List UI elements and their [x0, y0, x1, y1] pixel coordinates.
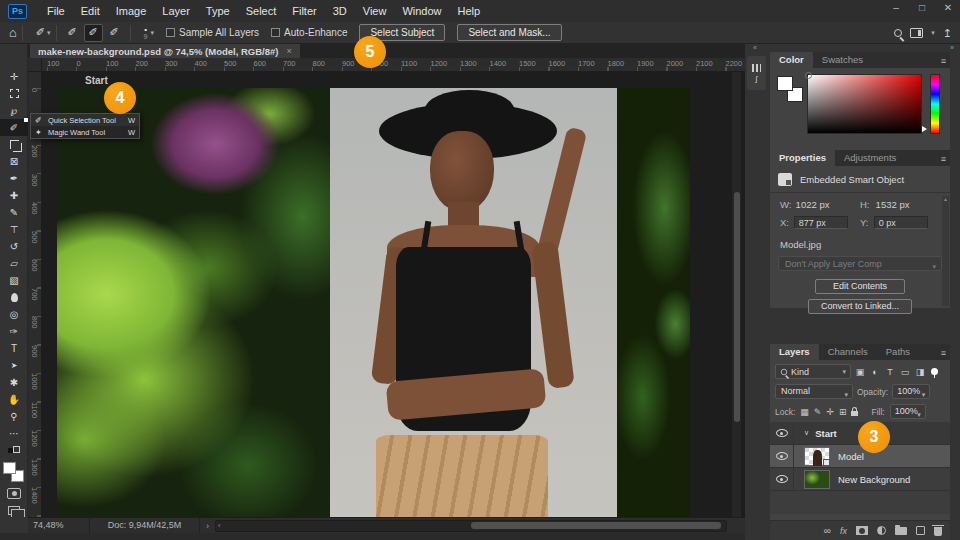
menu-help[interactable]: Help	[450, 0, 489, 22]
hue-slider[interactable]	[930, 74, 940, 134]
clone-stamp-tool[interactable]: ⊤	[0, 221, 28, 238]
type-tool[interactable]: T	[0, 340, 28, 357]
tab-swatches[interactable]: Swatches	[813, 52, 872, 68]
lock-all-icon[interactable]	[851, 411, 858, 416]
zoom-tool[interactable]: ⚲	[0, 408, 28, 425]
layer-thumbnail[interactable]	[804, 470, 830, 489]
auto-enhance-checkbox[interactable]: Auto-Enhance	[271, 27, 347, 38]
canvas-viewport[interactable]: Start	[42, 72, 745, 517]
link-layers-icon[interactable]: ∞	[824, 525, 831, 536]
tab-channels[interactable]: Channels	[819, 344, 877, 360]
tab-adjustments[interactable]: Adjustments	[835, 150, 905, 166]
layer-style-icon[interactable]: fx	[840, 526, 847, 536]
menu-select[interactable]: Select	[238, 0, 285, 22]
gradient-tool[interactable]: ▧	[0, 272, 28, 289]
artboard-label[interactable]: Start	[85, 75, 108, 86]
lock-pixels-icon[interactable]: ✎	[814, 407, 822, 417]
menu-item-magic-wand-tool[interactable]: ✦ Magic Wand Tool W	[31, 126, 139, 138]
scroll-left-icon[interactable]: ‹	[218, 521, 221, 531]
tab-layers[interactable]: Layers	[770, 344, 819, 360]
tab-paths[interactable]: Paths	[877, 344, 919, 360]
visibility-toggle[interactable]	[770, 445, 794, 467]
minimize-button[interactable]: –	[890, 0, 902, 16]
menu-edit[interactable]: Edit	[73, 0, 108, 22]
panel-menu-icon[interactable]: ≡	[941, 348, 945, 358]
document-tab[interactable]: make-new-background.psd @ 74,5% (Model, …	[30, 44, 300, 58]
menu-file[interactable]: File	[39, 0, 73, 22]
subtract-selection-mode-button[interactable]: ✐	[105, 24, 124, 42]
menu-window[interactable]: Window	[394, 0, 449, 22]
brush-tool[interactable]: ✎	[0, 204, 28, 221]
new-layer-icon[interactable]	[916, 526, 925, 535]
filter-adjustment-icon[interactable]: ◐	[869, 367, 881, 377]
lasso-tool[interactable]: ℘	[0, 102, 28, 119]
layer-row-model[interactable]: Model	[770, 445, 950, 468]
path-selection-tool[interactable]: ➤	[0, 357, 28, 374]
close-button[interactable]: ✕	[942, 0, 954, 16]
visibility-toggle[interactable]	[770, 422, 794, 444]
dock-overflow-icon[interactable]: »	[950, 44, 954, 51]
add-to-selection-mode-button[interactable]: ✐	[84, 24, 103, 42]
vertical-scrollbar[interactable]	[731, 72, 741, 517]
new-group-icon[interactable]	[895, 527, 907, 535]
menu-item-quick-selection-tool[interactable]: ✐ Quick Selection Tool W	[31, 114, 139, 126]
layer-comp-dropdown[interactable]: Don't Apply Layer Comp ▾	[778, 256, 942, 271]
eyedropper-tool[interactable]: ✒	[0, 170, 28, 187]
new-selection-mode-button[interactable]: ✐	[63, 24, 82, 42]
lock-position-icon[interactable]: ✛	[826, 407, 834, 417]
color-field[interactable]	[807, 74, 922, 134]
search-icon[interactable]	[894, 29, 902, 37]
filter-smart-object-icon[interactable]: ◨	[914, 367, 926, 377]
menu-view[interactable]: View	[355, 0, 395, 22]
edit-toolbar[interactable]: ⋯	[0, 425, 28, 442]
tab-color[interactable]: Color	[770, 52, 813, 68]
filter-pin-icon[interactable]	[931, 368, 938, 375]
crop-tool[interactable]	[0, 136, 28, 153]
x-position-field[interactable]: 877 px	[794, 216, 848, 229]
lock-transparent-icon[interactable]: ▦	[800, 407, 809, 417]
panel-menu-icon[interactable]: ≡	[941, 56, 945, 66]
status-chevron-icon[interactable]: ›	[200, 521, 215, 531]
visibility-toggle[interactable]	[770, 468, 794, 490]
pen-tool[interactable]: ✑	[0, 323, 28, 340]
home-icon[interactable]: ⌂	[9, 25, 17, 40]
eraser-tool[interactable]: ▱	[0, 255, 28, 272]
filter-shape-icon[interactable]: ▭	[899, 367, 911, 377]
foreground-background-swatches[interactable]	[777, 76, 803, 102]
document-size[interactable]: Doc: 9,94M/42,5M	[90, 518, 200, 533]
filter-type-icon[interactable]: T	[884, 367, 896, 377]
foreground-background-swatches[interactable]	[0, 459, 28, 485]
y-position-field[interactable]: 0 px	[874, 216, 928, 229]
shape-tool[interactable]: ✱	[0, 374, 28, 391]
brush-size-picker[interactable]: • 9	[144, 26, 148, 40]
healing-brush-tool[interactable]: ✚	[0, 187, 28, 204]
panel-menu-icon[interactable]: ≡	[941, 154, 945, 164]
close-tab-icon[interactable]: ×	[286, 46, 291, 56]
frame-tool[interactable]: ⊠	[0, 153, 28, 170]
hand-tool[interactable]: ✋	[0, 391, 28, 408]
menu-type[interactable]: Type	[198, 0, 238, 22]
horizontal-scrollbar[interactable]: ‹	[215, 520, 727, 532]
fill-field[interactable]: 100% ▾	[890, 404, 926, 419]
layer-thumbnail[interactable]	[804, 447, 830, 466]
quick-mask-mode[interactable]	[0, 485, 28, 502]
menu-filter[interactable]: Filter	[284, 0, 324, 22]
sample-all-layers-checkbox[interactable]: Sample All Layers	[166, 27, 259, 38]
swap-colors[interactable]	[0, 442, 28, 459]
horizontal-ruler[interactable]: 1000100200300400500600700800900100011001…	[42, 58, 745, 72]
workspace-icon[interactable]	[910, 28, 923, 38]
share-icon[interactable]: ↥	[943, 27, 952, 40]
menu-layer[interactable]: Layer	[154, 0, 198, 22]
lock-artboard-icon[interactable]: ⊞	[839, 407, 847, 417]
panel-scrollbar[interactable]	[942, 196, 949, 306]
menu-image[interactable]: Image	[108, 0, 155, 22]
collapsed-panel-dock[interactable]: ʃ	[747, 56, 766, 90]
menu-3d[interactable]: 3D	[325, 0, 355, 22]
blend-mode-dropdown[interactable]: Normal ▾	[775, 384, 853, 399]
adjustment-layer-icon[interactable]	[877, 526, 886, 535]
group-chevron-icon[interactable]: ∨	[804, 429, 809, 437]
select-and-mask-button[interactable]: Select and Mask...	[457, 24, 561, 41]
artboard[interactable]	[57, 88, 690, 517]
dodge-tool[interactable]: ◎	[0, 306, 28, 323]
horizontal-scrollbar-thumb[interactable]	[471, 522, 721, 529]
